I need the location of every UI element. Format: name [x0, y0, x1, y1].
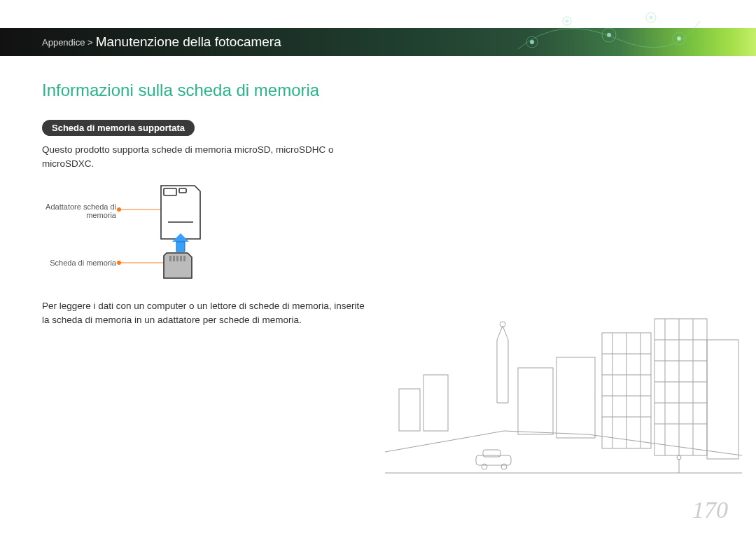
- diagram-label-card: Scheda di memoria: [39, 259, 116, 267]
- cityscape-illustration-icon: [378, 291, 742, 487]
- svg-rect-15: [179, 188, 186, 193]
- svg-point-50: [482, 464, 487, 469]
- sd-adapter-diagram: Adattatore scheda di memoria Scheda di m…: [56, 180, 238, 292]
- svg-point-51: [501, 464, 507, 469]
- svg-rect-20: [169, 256, 172, 261]
- svg-rect-25: [399, 389, 420, 431]
- page-heading: Informazioni sulla scheda di memoria: [42, 81, 371, 100]
- breadcrumb-title: Manutenzione della fotocamera: [96, 34, 281, 50]
- svg-rect-26: [424, 375, 448, 431]
- diagram-label-adapter: Adattatore scheda di memoria: [39, 202, 116, 219]
- svg-rect-29: [556, 357, 595, 438]
- svg-rect-22: [176, 256, 178, 261]
- svg-rect-24: [183, 256, 186, 261]
- svg-point-7: [650, 16, 652, 19]
- manual-page: Appendice > Manutenzione della fotocamer…: [0, 0, 756, 536]
- breadcrumb-section: Appendice >: [42, 37, 93, 48]
- svg-rect-17: [176, 242, 185, 252]
- main-content: Informazioni sulla scheda di memoria Sch…: [42, 81, 371, 336]
- svg-rect-31: [654, 319, 707, 455]
- section-pill: Scheda di memoria supportata: [42, 120, 195, 136]
- header-band: Appendice > Manutenzione della fotocamer…: [0, 28, 756, 56]
- intro-paragraph: Questo prodotto supporta schede di memor…: [42, 143, 371, 170]
- svg-rect-21: [173, 256, 175, 261]
- svg-rect-14: [164, 188, 176, 195]
- svg-rect-23: [180, 256, 182, 261]
- svg-rect-32: [707, 340, 738, 459]
- svg-rect-28: [518, 368, 553, 434]
- svg-point-3: [566, 20, 568, 22]
- footer-paragraph: Per leggere i dati con un computer o un …: [42, 299, 371, 327]
- svg-point-2: [563, 17, 571, 25]
- page-number: 170: [692, 497, 728, 523]
- svg-point-6: [646, 13, 656, 22]
